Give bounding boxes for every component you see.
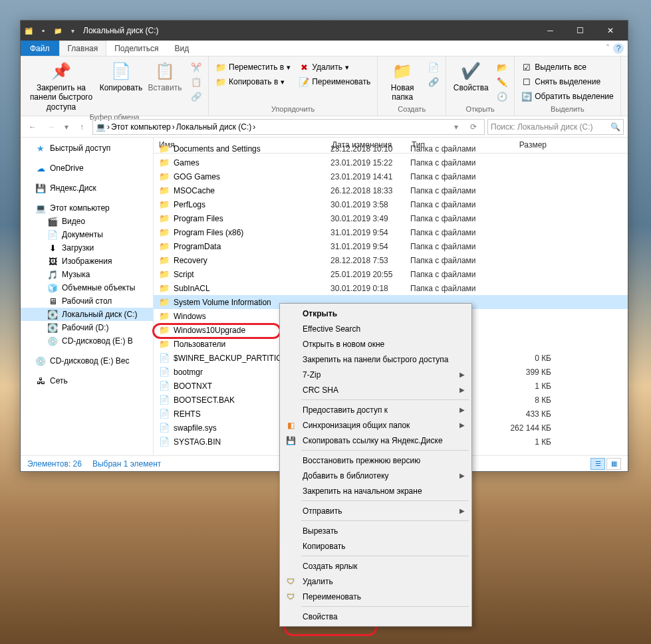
copy-to-button[interactable]: 📁Копировать в ▾ (213, 75, 293, 88)
edit-button[interactable]: ✏️ (494, 75, 510, 88)
nav-objects[interactable]: 🧊Объемные объекты (21, 281, 153, 294)
file-row[interactable]: 📁Script25.01.2019 20:55Папка с файлами (154, 267, 628, 281)
properties-button[interactable]: ✔️ Свойства (450, 58, 491, 92)
copy-button[interactable]: 📄 Копировать (100, 58, 142, 92)
navigation-pane[interactable]: ★Быстрый доступ ☁OneDrive 💾Яндекс.Диск 💻… (21, 138, 154, 455)
pin-quick-button[interactable]: 📌 Закрепить на панели быстрого доступа (25, 58, 98, 112)
paste-button[interactable]: 📋 Вставить (144, 58, 186, 92)
nav-video[interactable]: 🎬Видео (21, 215, 153, 228)
file-row[interactable]: 📁Documents and Settings23.12.2018 10:10П… (154, 142, 628, 156)
tab-file[interactable]: Файл (21, 41, 59, 56)
cut-button[interactable]: ✂️ (188, 60, 204, 74)
invert-selection-button[interactable]: 🔄Обратить выделение (519, 90, 616, 103)
file-row[interactable]: 📁Program Files (x86)31.01.2019 9:54Папка… (154, 225, 628, 239)
select-all-button[interactable]: ☑Выделить все (519, 60, 616, 74)
menu-cut[interactable]: Вырезать (281, 523, 470, 538)
nav-cd-e2[interactable]: 💿CD-дисковод (E:) Вес (21, 354, 153, 368)
open-button[interactable]: 📂 (494, 60, 510, 74)
ribbon-collapse-icon[interactable]: ˆ (606, 44, 609, 53)
menu-share[interactable]: Предоставить доступ к▶ (281, 402, 470, 417)
menu-library[interactable]: Добавить в библиотеку▶ (281, 468, 470, 483)
menu-sync[interactable]: ◧Синхронизация общих папок▶ (281, 417, 470, 433)
move-to-button[interactable]: 📁Переместить в ▾ (213, 60, 293, 74)
file-row[interactable]: 📁Program Files30.01.2019 3:49Папка с фай… (154, 211, 628, 225)
menu-pin-quick[interactable]: Закрепить на панели быстрого доступа (281, 352, 470, 367)
downloads-icon: ⬇ (47, 243, 58, 253)
select-none-button[interactable]: ☐Снять выделение (519, 75, 616, 88)
file-row[interactable]: 📁PerfLogs30.01.2019 3:58Папка с файлами (154, 197, 628, 211)
nav-yandex[interactable]: 💾Яндекс.Диск (21, 181, 153, 195)
nav-drive-c[interactable]: 💽Локальный диск (C:) (21, 308, 153, 321)
history-button[interactable]: 🕘 (494, 90, 510, 103)
nav-downloads[interactable]: ⬇Загрузки (21, 241, 153, 255)
close-button[interactable]: ✕ (595, 21, 625, 41)
delete-button[interactable]: ✖Удалить ▾ (296, 60, 373, 74)
rename-button[interactable]: 📝Переименовать (296, 75, 373, 88)
qat-dropdown-icon[interactable]: ▾ (67, 25, 78, 36)
minimize-button[interactable]: ─ (535, 21, 565, 41)
view-icons-button[interactable]: ▦ (606, 458, 621, 470)
qat-props-icon[interactable]: ▫️ (38, 25, 49, 36)
refresh-button[interactable]: ⟳ (465, 119, 481, 135)
menu-rename[interactable]: 🛡Переименовать (281, 589, 470, 604)
nav-documents[interactable]: 📄Документы (21, 228, 153, 241)
new-item-button[interactable]: 📄 (426, 60, 442, 74)
copy-path-button[interactable]: 📋 (188, 75, 204, 88)
crumb-pc[interactable]: Этот компьютер (111, 122, 171, 132)
copy-label: Копировать (100, 83, 143, 92)
menu-delete[interactable]: 🛡Удалить (281, 574, 470, 589)
file-row[interactable]: 📁SubInACL30.01.2019 0:18Папка с файлами (154, 281, 628, 295)
nav-onedrive[interactable]: ☁OneDrive (21, 161, 153, 175)
nav-music[interactable]: 🎵Музыка (21, 268, 153, 281)
forward-button[interactable]: → (43, 119, 59, 135)
nav-quick-access[interactable]: ★Быстрый доступ (21, 142, 153, 155)
menu-restore[interactable]: Восстановить прежнюю версию (281, 453, 470, 468)
search-input[interactable]: Поиск: Локальный диск (C:) 🔍 (487, 119, 624, 135)
titlebar[interactable]: 🗂️ ▫️ 📁 ▾ Локальный диск (C:) ─ ☐ ✕ (21, 21, 628, 41)
up-button[interactable]: ↑ (74, 119, 90, 135)
breadcrumb-dropdown-icon[interactable]: ▾ (448, 119, 464, 135)
pin-label: Закрепить на панели быстрого доступа (25, 83, 98, 112)
file-row[interactable]: 📁Games23.01.2019 15:22Папка с файлами (154, 156, 628, 169)
menu-open[interactable]: Открыть (281, 306, 470, 321)
file-row[interactable]: 📁ProgramData31.01.2019 9:54Папка с файла… (154, 239, 628, 253)
menu-copy[interactable]: Копировать (281, 538, 470, 554)
help-icon[interactable]: ? (613, 43, 624, 54)
nav-drive-d[interactable]: 💽Рабочий (D:) (21, 321, 153, 334)
menu-effective-search[interactable]: Effective Search (281, 321, 470, 336)
maximize-button[interactable]: ☐ (565, 21, 595, 41)
nav-cd-e[interactable]: 💿CD-дисковод (E:) В (21, 334, 153, 348)
folder-icon: 📁 (159, 144, 170, 154)
recent-button[interactable]: ▾ (62, 119, 71, 135)
folder-icon: 📁 (159, 339, 170, 350)
new-folder-button[interactable]: 📁 Новая папка (382, 58, 423, 102)
tab-share[interactable]: Поделиться (106, 41, 166, 56)
qat-folder-icon[interactable]: 📁 (53, 25, 63, 36)
breadcrumb[interactable]: 💻 › Этот компьютер › Локальный диск (C:)… (92, 119, 485, 135)
view-details-button[interactable]: ☰ (590, 458, 605, 470)
menu-open-new[interactable]: Открыть в новом окне (281, 336, 470, 352)
menu-crc[interactable]: CRC SHA▶ (281, 382, 470, 397)
tab-home[interactable]: Главная (59, 41, 107, 56)
folder-icon: 📁 (159, 311, 170, 322)
easy-access-button[interactable]: 🔗 (426, 75, 442, 88)
menu-yandex-link[interactable]: 💾Скопировать ссылку на Яндекс.Диске (281, 433, 470, 448)
music-icon: 🎵 (47, 269, 58, 280)
menu-shortcut[interactable]: Создать ярлык (281, 558, 470, 574)
tab-view[interactable]: Вид (166, 41, 197, 56)
nav-this-pc[interactable]: 💻Этот компьютер (21, 201, 153, 215)
file-row[interactable]: 📁MSOCache26.12.2018 18:33Папка с файлами (154, 183, 628, 197)
file-row[interactable]: 📁GOG Games23.01.2019 14:41Папка с файлам… (154, 169, 628, 183)
menu-properties[interactable]: Свойства (281, 609, 470, 624)
file-row[interactable]: 📁Recovery28.12.2018 7:53Папка с файлами (154, 253, 628, 267)
nav-images[interactable]: 🖼Изображения (21, 255, 153, 268)
menu-7zip[interactable]: 7-Zip▶ (281, 367, 470, 382)
organize-group-label: Упорядочить (213, 104, 373, 114)
paste-shortcut-button[interactable]: 🔗 (188, 90, 204, 103)
crumb-drive[interactable]: Локальный диск (C:) (176, 122, 252, 132)
menu-send[interactable]: Отправить▶ (281, 503, 470, 518)
back-button[interactable]: ← (25, 119, 41, 135)
nav-network[interactable]: 🖧Сеть (21, 374, 153, 387)
menu-pin-start[interactable]: Закрепить на начальном экране (281, 483, 470, 498)
nav-desktop[interactable]: 🖥Рабочий стол (21, 294, 153, 308)
